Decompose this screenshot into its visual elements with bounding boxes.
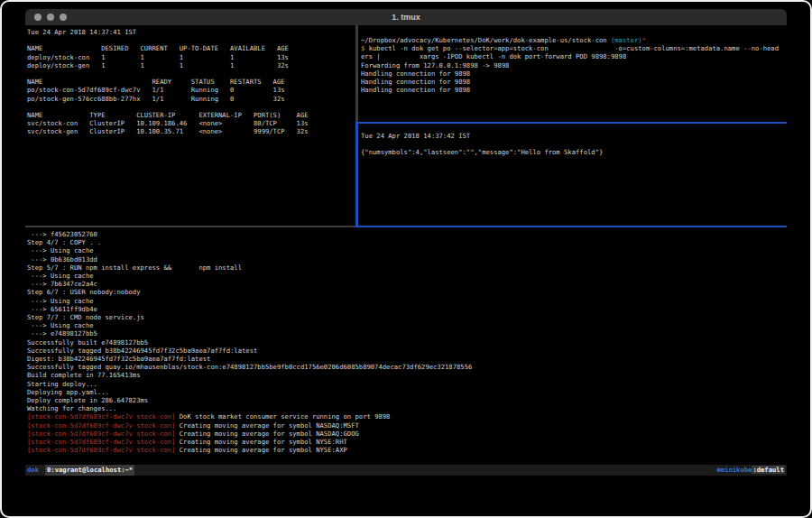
pod-log-prefix: [stock-con-5d7df689cf-dwc7v stock-con]	[27, 412, 175, 421]
pod-log-message: Creating moving average for symbol NYSE:…	[175, 438, 346, 446]
pod-log-message: DoK stock market consumer service runnin…	[175, 412, 390, 421]
pod-log-message: Creating moving average for symbol NASDA…	[175, 421, 358, 430]
kube-namespace: :default	[752, 466, 785, 474]
shell-path-line: ~/Dropbox/advocacy/Kubernetes/DoK/work/d…	[361, 36, 789, 44]
git-branch: (master)	[611, 36, 642, 44]
pane-kubectl-overview[interactable]: Tue 24 Apr 2018 14:37:41 IST NAME DESIRE…	[25, 25, 357, 228]
screen-background: 1. tmux Tue 24 Apr 2018 14:37:41 IST NAM…	[0, 0, 812, 518]
pod-log-lines: [stock-con-5d7df689cf-dwc7v stock-con] D…	[27, 412, 789, 454]
cwd-path: ~/Dropbox/advocacy/Kubernetes/DoK/work/d…	[361, 36, 611, 44]
pod-log-message: Creating moving average for symbol NASDA…	[175, 430, 358, 438]
pod-log-line: [stock-con-5d7df689cf-dwc7v stock-con] C…	[27, 421, 789, 430]
pod-log-message: Creating moving average for symbol NYSE:…	[175, 446, 346, 454]
pod-log-line: [stock-con-5d7df689cf-dwc7v stock-con] C…	[27, 446, 789, 454]
pod-log-prefix: [stock-con-5d7df689cf-dwc7v stock-con]	[27, 446, 175, 454]
pane-skaffold-log[interactable]: ---> f45623052760 Step 4/7 : COPY . . --…	[25, 227, 789, 467]
pane-port-forward[interactable]: ~/Dropbox/advocacy/Kubernetes/DoK/work/d…	[358, 25, 789, 133]
pane-curl-response[interactable]: Tue 24 Apr 2018 14:37:42 IST {"numsymbol…	[358, 124, 789, 234]
pod-log-line: [stock-con-5d7df689cf-dwc7v stock-con] C…	[27, 430, 789, 438]
window-title: 1. tmux	[25, 9, 787, 25]
git-dirty-marker: *	[642, 36, 646, 44]
pod-log-line: [stock-con-5d7df689cf-dwc7v stock-con] C…	[27, 438, 789, 446]
titlebar[interactable]: 1. tmux	[25, 9, 787, 25]
shell-command: kubectl -n dok get po --selector=app=sto…	[364, 44, 779, 52]
tmux-active-window[interactable]: 0:vagrant@localhost:~*	[45, 465, 134, 476]
pod-log-prefix: [stock-con-5d7df689cf-dwc7v stock-con]	[27, 421, 175, 430]
tmux-session-name: dok	[27, 465, 39, 476]
kube-context: minikube	[721, 466, 752, 474]
curl-response-text: Tue 24 Apr 2018 14:37:42 IST {"numsymbol…	[361, 132, 789, 157]
pod-log-line: [stock-con-5d7df689cf-dwc7v stock-con] D…	[27, 412, 789, 421]
pod-log-prefix: [stock-con-5d7df689cf-dwc7v stock-con]	[27, 430, 175, 438]
shell-command-line: $ kubectl -n dok get po --selector=app=s…	[361, 44, 789, 52]
pod-log-prefix: [stock-con-5d7df689cf-dwc7v stock-con]	[27, 438, 175, 446]
tmux-status-right: ⊛minikube:default	[716, 465, 785, 476]
port-forward-output: ers | xargs -IPOD kubectl -n dok port-fo…	[361, 52, 789, 94]
tmux-status-bar: dok 0:vagrant@localhost:~* ⊛minikube:def…	[25, 465, 787, 476]
docker-build-log: ---> f45623052760 Step 4/7 : COPY . . --…	[27, 230, 789, 412]
kubectl-overview-text: Tue 24 Apr 2018 14:37:41 IST NAME DESIRE…	[27, 28, 357, 136]
terminal-window: 1. tmux Tue 24 Apr 2018 14:37:41 IST NAM…	[25, 9, 787, 492]
